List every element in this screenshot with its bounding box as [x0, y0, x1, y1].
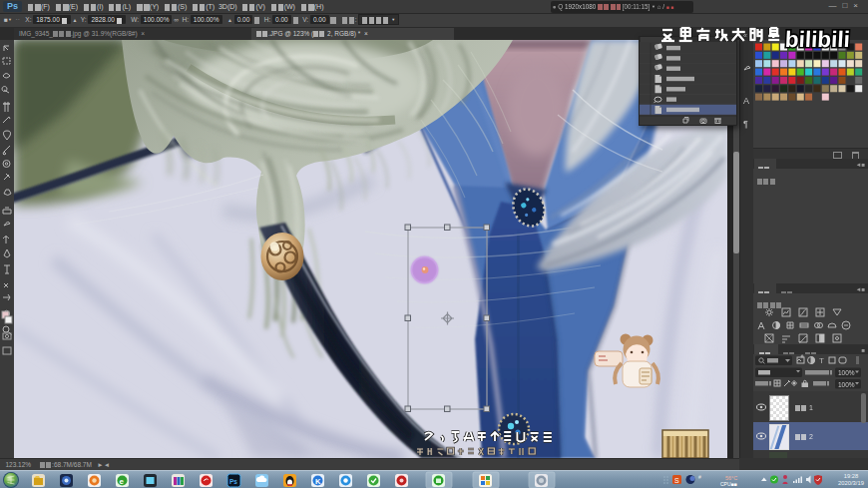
svg-text:#: # — [698, 474, 701, 480]
svg-text:¶: ¶ — [743, 119, 748, 129]
svg-text:100%: 100% — [838, 381, 855, 388]
svg-text:bilibili: bilibili — [784, 27, 850, 52]
svg-text:e: e — [120, 477, 125, 486]
svg-text:S: S — [674, 477, 679, 484]
svg-text:K: K — [315, 477, 321, 486]
svg-text:A: A — [743, 96, 749, 106]
svg-text:100%: 100% — [838, 369, 855, 376]
svg-text:T: T — [819, 356, 824, 365]
svg-text:Ps: Ps — [229, 478, 237, 485]
svg-text:CPU■■: CPU■■ — [720, 481, 737, 487]
